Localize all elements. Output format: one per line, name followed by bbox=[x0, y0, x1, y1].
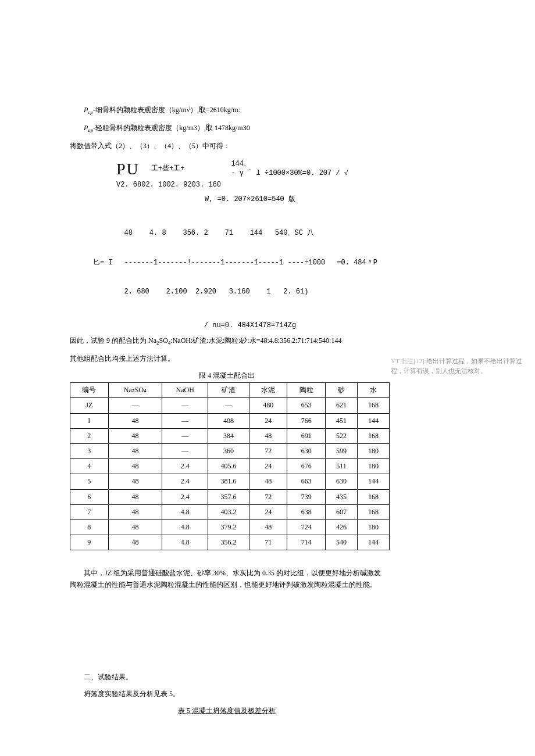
equation-4: / nu=0. 484X1478=714Zg bbox=[116, 321, 384, 331]
table4-caption: 限 4 混凝土配合出 bbox=[70, 370, 384, 381]
def-pcp-text: -细骨料的颗粒表观密度（kg/m√）,取=2610kg/m: bbox=[93, 106, 240, 114]
eq3-top: 48 4. 8 356. 2 71 144 540、SC 八 bbox=[124, 228, 326, 238]
equation-3: 匕= I 48 4. 8 356. 2 71 144 540、SC 八 ----… bbox=[93, 209, 384, 317]
def-pcp: Pcp-细骨料的颗粒表观密度（kg/m√）,取=2610kg/m: bbox=[70, 105, 384, 117]
eq3-bot: 2. 680 2.100 2.920 3.160 1 2. 61) bbox=[124, 287, 326, 297]
review-comment: YT 批注[12]:给出计算过程，如果不给出计算过程，计算有误，别人也无法核对。 bbox=[391, 356, 530, 375]
table-row: 6482.4357.672739435168 bbox=[70, 489, 390, 504]
eq1-pu: PU bbox=[116, 157, 140, 180]
th-sand: 砂 bbox=[326, 383, 358, 398]
table-row: 5482.4381.648663630144 bbox=[70, 474, 390, 489]
section-2-head: 二、试验结果。 bbox=[70, 672, 384, 683]
th-water: 水 bbox=[358, 383, 390, 398]
eq1-bottom: V2. 6802. 1002. 9203. 160 bbox=[116, 180, 384, 190]
section-2-sub: 坍落度实验结果及分析见表 5。 bbox=[70, 689, 384, 700]
ratio-c: :NaOH:矿渣:水泥:陶粒:砂:水=48:4.8:356.2:71:714:5… bbox=[170, 336, 341, 345]
lead-in-line: 将数值带入式（2）、（3）、（4）、（5）中可得： bbox=[70, 141, 384, 152]
document-page: Pcp-细骨料的颗粒表观密度（kg/m√）,取=2610kg/m: Pap-轻粗… bbox=[0, 0, 442, 741]
th-ceramsite: 陶粒 bbox=[287, 383, 326, 398]
th-id: 编号 bbox=[70, 383, 109, 398]
table5-caption: 表 5 混凝土坍落度值及极差分析 bbox=[70, 705, 384, 716]
def-pap-text: -轻粗骨料的颗粒表观密度（kg/m3）,取 1478kg/m30 bbox=[93, 124, 249, 132]
symbol-sub2: ap bbox=[88, 127, 93, 133]
ratio-line: 因此，试验 9 的配合比为 Na2SO4:NaOH:矿渣:水泥:陶粒:砂:水=4… bbox=[70, 335, 384, 347]
th-na2so4: Na₂SO₄ bbox=[108, 383, 162, 398]
eq1-r2: - γ ˆ l ÷1000×30%=0. 207 / √ bbox=[231, 169, 348, 178]
comment-label: YT 批注[12]: bbox=[391, 357, 426, 364]
ratio-a: 因此，试验 9 的配合比为 Na bbox=[70, 336, 156, 345]
th-slag: 矿渣 bbox=[208, 383, 249, 398]
ratio-b: SO bbox=[159, 336, 168, 345]
eq3-mid: -------1-------!-------1-------1-----1 -… bbox=[124, 258, 326, 268]
jz-paragraph: 其中，JZ 组为采用普通硅酸盐水泥、砂率 30%、水灰比为 0.35 的对比组，… bbox=[70, 568, 384, 590]
table-row: 348—36072630599180 bbox=[70, 444, 390, 459]
table4-header-row: 编号 Na₂SO₄ NaOH 矿渣 水泥 陶粒 砂 水 bbox=[70, 383, 390, 398]
eq1-mid: 工+些+工+ bbox=[151, 164, 185, 174]
symbol-sub: cp bbox=[88, 109, 93, 115]
eq3-label: 匕= I bbox=[93, 258, 113, 268]
table-row: I48—40824766451144 bbox=[70, 413, 390, 428]
table-row: 7484.8403.224638607168 bbox=[70, 504, 390, 519]
other-method: 其他组配合比均按上述方法计算。 bbox=[70, 353, 384, 364]
table-row: 9484.8356.271714540144 bbox=[70, 535, 390, 550]
eq1-r1: 144、 bbox=[231, 159, 348, 169]
equation-1: PU 工+些+工+ 144、 - γ ˆ l ÷1000×30%=0. 207 … bbox=[116, 157, 384, 190]
equation-2: W, =0. 207×2610=540 版 bbox=[116, 195, 384, 205]
th-naoh: NaOH bbox=[162, 383, 208, 398]
th-cement: 水泥 bbox=[249, 383, 287, 398]
table-4: 编号 Na₂SO₄ NaOH 矿渣 水泥 陶粒 砂 水 JZ———4806536… bbox=[70, 382, 390, 550]
table-row: 248—38448691522168 bbox=[70, 428, 390, 443]
table-row: JZ———480653621168 bbox=[70, 398, 390, 413]
table-row: 8484.8379.248724426180 bbox=[70, 519, 390, 535]
def-pap: Pap-轻粗骨料的颗粒表观密度（kg/m3）,取 1478kg/m30 bbox=[70, 123, 384, 135]
eq3-result: =0. 484〃P bbox=[337, 258, 377, 268]
table-row: 4482.4405.624676511180 bbox=[70, 459, 390, 474]
